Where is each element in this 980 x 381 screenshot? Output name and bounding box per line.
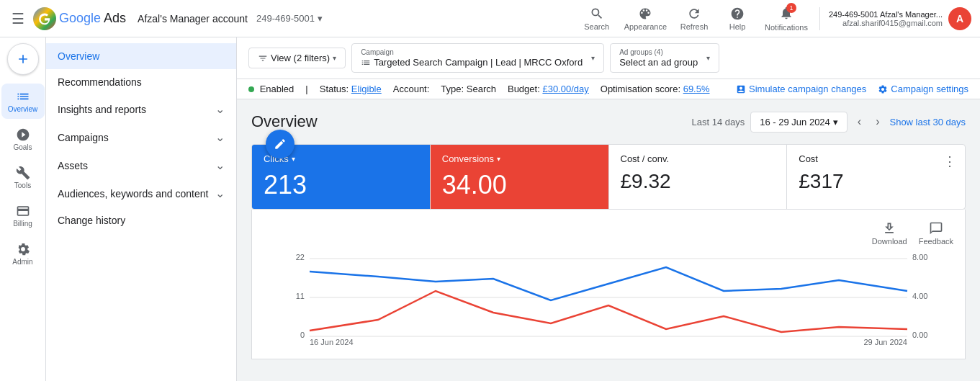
overview-title: Overview bbox=[251, 112, 692, 131]
left-sidebar: Overview Goals Tools Billing Admin bbox=[0, 37, 46, 381]
search-icon bbox=[590, 6, 604, 21]
cost-stat-card: Cost £317 ⋮ bbox=[787, 145, 965, 209]
download-icon bbox=[882, 221, 896, 236]
edit-button[interactable] bbox=[266, 130, 295, 158]
feedback-button[interactable]: Feedback bbox=[919, 221, 953, 246]
filter-icon bbox=[258, 53, 268, 63]
filter-bar: View (2 filters) ▾ Campaign Targeted Sea… bbox=[237, 37, 980, 79]
campaign-icon bbox=[361, 58, 371, 68]
google-logo-icon bbox=[33, 7, 56, 30]
status-value[interactable]: Eligible bbox=[351, 84, 382, 94]
prev-period-button[interactable]: ‹ bbox=[853, 111, 866, 133]
google-ads-logo: Google Ads bbox=[33, 7, 126, 30]
nav-change-history[interactable]: Change history bbox=[46, 207, 236, 233]
tools-icon bbox=[16, 166, 30, 180]
date-caret-icon: ▾ bbox=[833, 117, 838, 127]
download-button[interactable]: Download bbox=[872, 221, 907, 246]
status-bar: Enabled | Status: Eligible Account: Type… bbox=[237, 79, 980, 99]
help-icon bbox=[730, 6, 745, 21]
help-action[interactable]: Help bbox=[721, 6, 753, 31]
left-panel: Overview Recommendations Insights and re… bbox=[46, 37, 237, 381]
cost-conv-value: £9.32 bbox=[621, 170, 776, 193]
budget-label: Budget: £30.00/day bbox=[508, 84, 589, 94]
refresh-icon bbox=[687, 6, 701, 21]
next-period-button[interactable]: › bbox=[871, 111, 884, 133]
svg-text:0.00: 0.00 bbox=[912, 331, 927, 339]
conversions-value: 34.00 bbox=[442, 170, 597, 200]
brand-name: Google Ads bbox=[59, 11, 126, 26]
nav-recommendations[interactable]: Recommendations bbox=[46, 69, 236, 95]
campaign-filter-caret: ▾ bbox=[591, 54, 595, 62]
sidebar-item-campaigns[interactable]: Overview bbox=[1, 84, 45, 119]
view-filter-caret: ▾ bbox=[333, 54, 336, 62]
stats-row: Clicks ▾ 213 Conversions ▾ 34.00 bbox=[251, 144, 966, 210]
nav-overview[interactable]: Overview bbox=[46, 43, 236, 69]
overview-panel: Overview Last 14 days 16 - 29 Jun 2024 ▾… bbox=[237, 99, 980, 371]
appearance-action[interactable]: Appearance bbox=[624, 6, 667, 31]
plus-icon bbox=[16, 52, 30, 66]
svg-text:29 Jun 2024: 29 Jun 2024 bbox=[863, 338, 907, 345]
search-action[interactable]: Search bbox=[581, 6, 613, 31]
status-dot: Enabled bbox=[248, 84, 294, 94]
billing-icon bbox=[16, 204, 30, 218]
sidebar-item-billing[interactable]: Billing bbox=[1, 198, 45, 233]
ad-groups-filter-button[interactable]: Ad groups (4) Select an ad group ▾ bbox=[610, 43, 719, 73]
budget-value[interactable]: £30.00/day bbox=[542, 84, 588, 94]
status-label: Status: Eligible bbox=[320, 84, 382, 94]
edit-icon bbox=[274, 138, 287, 151]
conversions-dropdown-icon[interactable]: ▾ bbox=[497, 155, 500, 163]
main-layout: Overview Recommendations Insights and re… bbox=[46, 37, 980, 381]
more-options-button[interactable]: ⋮ bbox=[943, 153, 956, 169]
nav-audiences[interactable]: Audiences, keywords and content ⌄ bbox=[46, 179, 236, 207]
svg-text:16 Jun 2024: 16 Jun 2024 bbox=[310, 338, 354, 345]
content-area: View (2 filters) ▾ Campaign Targeted Sea… bbox=[237, 37, 980, 381]
user-avatar[interactable]: A bbox=[948, 7, 971, 30]
opt-score[interactable]: 69.5% bbox=[683, 84, 710, 94]
status-separator: | bbox=[305, 84, 307, 94]
ad-group-filter-caret: ▾ bbox=[706, 54, 710, 62]
sidebar-item-goals[interactable]: Goals bbox=[1, 122, 45, 157]
campaign-settings-button[interactable]: Campaign settings bbox=[878, 84, 968, 94]
opt-label: Optimisation score: 69.5% bbox=[601, 84, 710, 94]
date-range-label: Last 14 days bbox=[692, 117, 745, 127]
sidebar-item-tools[interactable]: Tools bbox=[1, 160, 45, 195]
insights-chevron: ⌄ bbox=[215, 102, 225, 116]
nav-campaigns[interactable]: Campaigns ⌄ bbox=[46, 123, 236, 151]
date-controls: Last 14 days 16 - 29 Jun 2024 ▾ ‹ › Show… bbox=[692, 111, 966, 133]
svg-text:22: 22 bbox=[296, 253, 305, 261]
conversions-stat-card: Conversions ▾ 34.00 bbox=[431, 145, 609, 209]
chart-container: Download Feedback 22 11 0 bbox=[251, 210, 966, 359]
svg-text:11: 11 bbox=[296, 292, 305, 300]
campaigns-filter-button[interactable]: Campaign Targeted Search Campaign | Lead… bbox=[351, 43, 604, 73]
topnav-left: ☰ Google Ads Afzal's Manager account 249… bbox=[9, 7, 575, 30]
date-range-selector[interactable]: 16 - 29 Jun 2024 ▾ bbox=[750, 112, 848, 133]
assets-chevron: ⌄ bbox=[215, 158, 225, 172]
show-last-30-link[interactable]: Show last 30 days bbox=[889, 117, 966, 127]
view-filter-button[interactable]: View (2 filters) ▾ bbox=[248, 48, 346, 68]
line-chart: 22 11 0 8.00 4.00 0.00 bbox=[264, 251, 953, 345]
clicks-value: 213 bbox=[264, 170, 418, 200]
refresh-action[interactable]: Refresh bbox=[678, 6, 710, 31]
campaigns-icon bbox=[16, 89, 30, 104]
account-id[interactable]: 249-469-5001 ▾ bbox=[256, 13, 323, 24]
google-g-icon bbox=[37, 12, 52, 26]
admin-icon bbox=[16, 242, 30, 256]
hamburger-menu[interactable]: ☰ bbox=[9, 7, 27, 30]
account-info: 249-469-5001 Afzal's Manager... afzal.sh… bbox=[819, 7, 971, 30]
account-name: Afzal's Manager account bbox=[138, 13, 248, 24]
simulate-icon bbox=[736, 84, 746, 94]
clicks-dropdown-icon[interactable]: ▾ bbox=[292, 155, 295, 163]
cost-label: Cost bbox=[799, 153, 953, 164]
cost-conv-stat-card: Cost / conv. £9.32 bbox=[609, 145, 788, 209]
type-label: Type: Search bbox=[441, 84, 496, 94]
svg-text:4.00: 4.00 bbox=[912, 292, 927, 300]
notifications-action[interactable]: 1 Notifications bbox=[765, 6, 808, 32]
sidebar-item-admin[interactable]: Admin bbox=[1, 236, 45, 272]
simulate-campaign-button[interactable]: Simulate campaign changes bbox=[736, 84, 866, 94]
topnav-actions: Search Appearance Refresh Help 1 Notific… bbox=[581, 6, 971, 32]
account-label: Account: bbox=[393, 84, 430, 94]
nav-assets[interactable]: Assets ⌄ bbox=[46, 151, 236, 179]
create-button[interactable] bbox=[7, 43, 39, 75]
nav-insights[interactable]: Insights and reports ⌄ bbox=[46, 95, 236, 123]
appearance-icon bbox=[638, 6, 652, 21]
